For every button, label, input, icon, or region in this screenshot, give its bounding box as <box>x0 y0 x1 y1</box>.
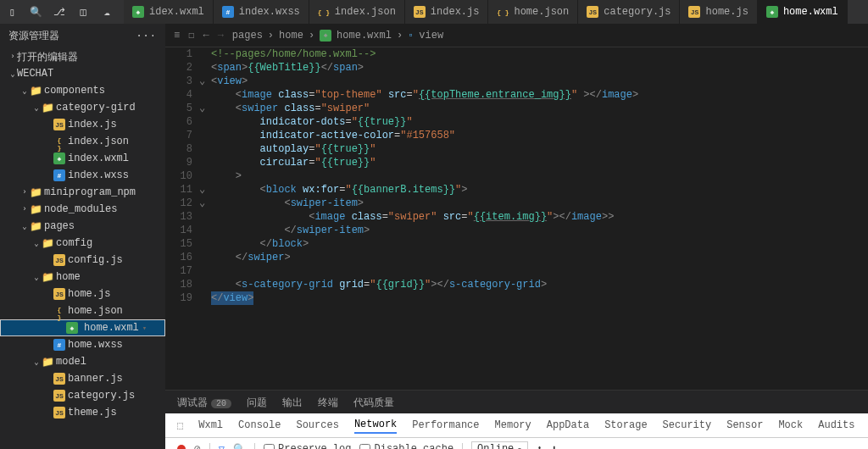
cloud-icon[interactable]: ☁ <box>100 5 114 19</box>
more-icon[interactable]: ··· <box>136 30 157 42</box>
branch-icon[interactable]: ⎇ <box>53 5 66 19</box>
devtools-tab-Wxml[interactable]: Wxml <box>198 418 223 433</box>
panel-tab-调试器[interactable]: 调试器20 <box>177 396 231 413</box>
tree-item-components[interactable]: ⌄📁components <box>0 82 165 99</box>
devtools: ⬚ WxmlConsoleSourcesNetworkPerformanceMe… <box>165 413 868 449</box>
code-editor[interactable]: 12345678910111213141516171819 ⌄⌄⌄⌄ <!--p… <box>165 47 868 390</box>
back-icon[interactable]: ← <box>203 30 209 42</box>
tree-item-WECHAT[interactable]: ⌄WECHAT <box>0 65 165 82</box>
file-tree: ›打开的编辑器⌄WECHAT⌄📁components⌄📁category-gir… <box>0 48 165 449</box>
tree-item-category.js[interactable]: JScategory.js <box>0 387 165 404</box>
tree-item-home.js[interactable]: JShome.js <box>0 285 165 302</box>
line-gutter: 12345678910111213141516171819 <box>165 47 199 390</box>
tab-index.wxss[interactable]: #index.wxss <box>214 0 309 24</box>
search-icon[interactable]: 🔍 <box>233 443 246 450</box>
network-toolbar: ⊘ ▽ 🔍 Preserve log Disable cache Online … <box>165 438 868 449</box>
download-icon[interactable]: ⬇ <box>551 443 557 450</box>
devtools-tab-Sensor[interactable]: Sensor <box>726 418 763 433</box>
record-icon[interactable] <box>177 445 186 449</box>
panel-tabs: 调试器20问题输出终端代码质量 <box>165 391 868 413</box>
panel-tab-代码质量[interactable]: 代码质量 <box>353 396 394 413</box>
tree-item-model[interactable]: ⌄📁model <box>0 353 165 370</box>
devtools-tab-Memory[interactable]: Memory <box>495 418 531 433</box>
files-icon[interactable]: ▯ <box>5 5 19 19</box>
tab-category.js[interactable]: JScategory.js <box>578 0 680 24</box>
panel-tab-终端[interactable]: 终端 <box>318 396 338 413</box>
devtools-tab-Audits[interactable]: Audits <box>818 418 854 433</box>
editor-area: ≡ ☐ ← → pages›home›◈home.wxml›▫view 1234… <box>165 24 868 449</box>
tree-item-config.js[interactable]: JSconfig.js <box>0 252 165 269</box>
forward-icon[interactable]: → <box>218 30 224 42</box>
tree-item-index.wxss[interactable]: #index.wxss <box>0 167 165 184</box>
tab-home.wxml[interactable]: ◈home.wxml <box>758 0 848 24</box>
editor-toolbar: ≡ ☐ ← → pages›home›◈home.wxml›▫view <box>165 24 868 47</box>
tab-idex.wxml[interactable]: ◈idex.wxml <box>124 0 214 24</box>
panel-tab-输出[interactable]: 输出 <box>282 396 303 413</box>
titlebar: ▯ 🔍 ⎇ ◫ ☁ ◈idex.wxml#index.wxss{ }index.… <box>0 0 868 24</box>
tree-item-home.wxml[interactable]: ◈home.wxml <box>0 319 165 336</box>
fold-gutter[interactable]: ⌄⌄⌄⌄ <box>199 47 211 390</box>
editor-tabs: ◈idex.wxml#index.wxss{ }index.jsonJSinde… <box>124 0 863 24</box>
preserve-log-checkbox[interactable]: Preserve log <box>264 443 351 449</box>
tree-item-miniprogram_npm[interactable]: ›📁miniprogram_npm <box>0 184 165 201</box>
throttle-select[interactable]: Online <box>471 441 528 449</box>
tree-item-theme.js[interactable]: JStheme.js <box>0 404 165 421</box>
disable-cache-checkbox[interactable]: Disable cache <box>359 443 453 449</box>
tree-item-index.json[interactable]: { }index.json <box>0 133 165 150</box>
devtools-tab-Mock[interactable]: Mock <box>778 418 803 433</box>
tree-item-home.wxss[interactable]: #home.wxss <box>0 336 165 353</box>
upload-icon[interactable]: ⬆ <box>537 443 542 450</box>
devtools-tabs: ⬚ WxmlConsoleSourcesNetworkPerformanceMe… <box>165 413 868 438</box>
filter-icon[interactable]: ▽ <box>219 443 225 450</box>
tree-item-index.wxml[interactable]: ◈index.wxml <box>0 150 165 167</box>
tree-item-home.json[interactable]: { }home.json <box>0 302 165 319</box>
search-icon[interactable]: 🔍 <box>29 5 42 19</box>
tab-index.json[interactable]: { }index.json <box>309 0 405 24</box>
devtools-tab-Network[interactable]: Network <box>354 417 397 434</box>
tree-item-node_modules[interactable]: ›📁node_modules <box>0 201 165 218</box>
devtools-tab-Security[interactable]: Security <box>663 418 712 433</box>
devtools-tab-AppData[interactable]: AppData <box>547 418 589 433</box>
list-icon[interactable]: ≡ <box>174 30 180 42</box>
explorer-header: 资源管理器 ··· <box>0 24 165 48</box>
explorer-title: 资源管理器 <box>8 29 59 43</box>
breadcrumb[interactable]: pages›home›◈home.wxml›▫view <box>232 30 443 42</box>
clear-icon[interactable]: ⊘ <box>194 442 201 449</box>
sidebar: 资源管理器 ··· ›打开的编辑器⌄WECHAT⌄📁components⌄📁ca… <box>0 24 165 449</box>
tree-item-category-gird[interactable]: ⌄📁category-gird <box>0 99 165 116</box>
panel-tab-问题[interactable]: 问题 <box>247 396 267 413</box>
devtools-tab-Sources[interactable]: Sources <box>296 418 338 433</box>
tree-item-banner.js[interactable]: JSbanner.js <box>0 370 165 387</box>
tab-home.json[interactable]: { }home.json <box>488 0 578 24</box>
tab-home.js[interactable]: JShome.js <box>680 0 757 24</box>
inspect-icon[interactable]: ⬚ <box>177 419 183 432</box>
devtools-tab-Console[interactable]: Console <box>238 418 281 433</box>
tab-index.js[interactable]: JSindex.js <box>405 0 489 24</box>
devtools-tab-Storage[interactable]: Storage <box>604 418 647 433</box>
code-body[interactable]: <!--pages/home/home.wxml--><span>{{WebTi… <box>211 47 868 390</box>
tree-item-home[interactable]: ⌄📁home <box>0 269 165 285</box>
tree-item-index.js[interactable]: JSindex.js <box>0 116 165 133</box>
bookmark-icon[interactable]: ☐ <box>188 29 194 42</box>
devtools-tab-Performance[interactable]: Performance <box>412 418 479 433</box>
bottom-panel: 调试器20问题输出终端代码质量 ⬚ WxmlConsoleSourcesNetw… <box>165 390 868 449</box>
tree-item-打开的编辑器[interactable]: ›打开的编辑器 <box>0 48 165 65</box>
tree-item-pages[interactable]: ⌄📁pages <box>0 218 165 235</box>
tree-item-comfig[interactable]: ⌄📁comfig <box>0 235 165 252</box>
split-icon[interactable]: ◫ <box>76 5 90 19</box>
